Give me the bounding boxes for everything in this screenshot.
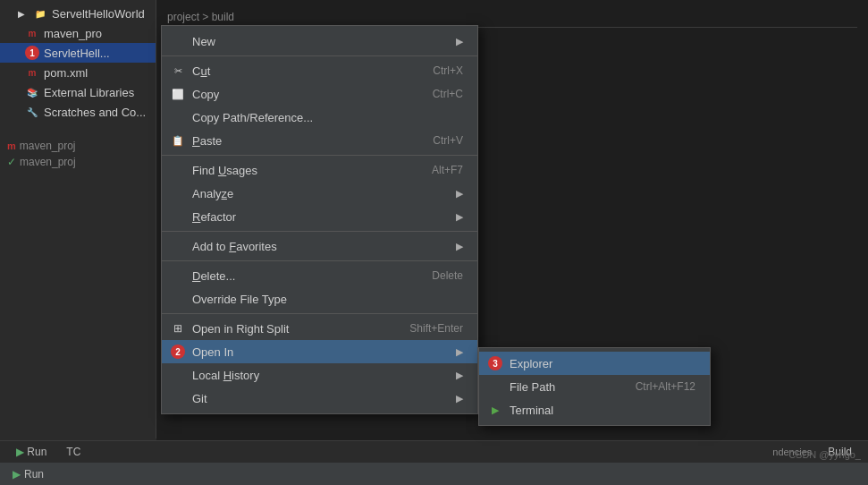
arrow-icon: ▶ [456, 211, 463, 223]
menu-item-git[interactable]: Git ▶ [162, 387, 477, 410]
menu-item-refactor[interactable]: Refactor ▶ [162, 205, 477, 228]
override-icon [171, 292, 185, 306]
menu-item-label: Analyze [192, 187, 233, 200]
menu-item-label: Local History [192, 369, 259, 382]
sidebar-item-ext-libs[interactable]: 📚 External Libraries [0, 82, 156, 102]
terminal-icon: ▶ [488, 403, 502, 417]
cut-shortcut: Ctrl+X [433, 64, 463, 77]
delete-icon [171, 268, 185, 283]
copy-shortcut: Ctrl+C [433, 88, 463, 100]
submenu-item-label: File Path [510, 380, 555, 394]
arrow-icon: ▶ [456, 370, 463, 381]
sidebar-item-label: Scratches and Co... [44, 106, 146, 119]
git-icon [171, 391, 185, 405]
divider [162, 313, 477, 314]
badge-1: 1 [25, 46, 39, 60]
menu-item-paste[interactable]: 📋 Paste Ctrl+V [162, 129, 477, 152]
submenu-item-label: Terminal [510, 404, 553, 417]
menu-item-label: Paste [192, 134, 222, 148]
context-menu: New ▶ ✂ Cut Ctrl+X ⬜ Copy Ctrl+C Copy Pa… [161, 25, 478, 414]
arrow-icon: ▶ [456, 393, 463, 404]
sidebar-item-label: pom.xml [44, 66, 88, 80]
find-shortcut: Alt+F7 [432, 164, 463, 176]
check-bottom-label: maven_proj [20, 156, 76, 168]
ide-background: ▶ 📁 ServeltHelloWorld m maven_pro 1 Serv… [0, 0, 868, 485]
expand-icon: ▶ [14, 6, 29, 21]
filepath-icon [488, 379, 502, 394]
menu-item-open-in[interactable]: 2 Open In ▶ [162, 340, 477, 363]
history-icon [171, 368, 185, 382]
check-icon: ✓ [7, 156, 16, 168]
menu-item-label: Find Usages [192, 164, 257, 177]
find-icon [171, 163, 185, 177]
paste-icon: 📋 [171, 133, 185, 148]
menu-item-label: Add to Favorites [192, 240, 277, 253]
menu-item-analyze[interactable]: Analyze ▶ [162, 182, 477, 205]
menu-item-label: Refactor [192, 210, 236, 224]
submenu-open-in: 3 Explorer File Path Ctrl+Alt+F12 ▶ Term… [478, 347, 711, 426]
menu-item-label: Delete... [192, 269, 235, 283]
pom-icon: m [25, 65, 39, 80]
sidebar-item-label: External Libraries [44, 86, 134, 99]
tool-tab-tc[interactable]: TC [57, 443, 89, 461]
menu-item-cut[interactable]: ✂ Cut Ctrl+X [162, 59, 477, 82]
menu-item-label: Copy Path/Reference... [192, 111, 313, 124]
refactor-icon [171, 209, 185, 224]
scratch-icon: 🔧 [25, 105, 39, 119]
divider [162, 260, 477, 261]
sidebar-item-pom[interactable]: m pom.xml [0, 63, 156, 82]
menu-item-copy[interactable]: ⬜ Copy Ctrl+C [162, 82, 477, 106]
copy-icon: ⬜ [171, 87, 185, 101]
filepath-shortcut: Ctrl+Alt+F12 [636, 380, 695, 393]
sidebar-maven-bottom: m maven_proj [7, 140, 156, 152]
arrow-icon: ▶ [456, 188, 463, 200]
cut-icon: ✂ [171, 64, 185, 78]
status-bar: ▶ Run CSDN @yyhgo_ [0, 463, 868, 485]
sidebar: ▶ 📁 ServeltHelloWorld m maven_pro 1 Serv… [0, 0, 156, 438]
sidebar-item-maven-pro[interactable]: m maven_pro [0, 23, 156, 43]
menu-item-copy-path[interactable]: Copy Path/Reference... [162, 106, 477, 129]
menu-item-label: Open In [192, 345, 233, 359]
split-icon: ⊞ [171, 321, 185, 336]
menu-item-label: Cut [192, 64, 210, 78]
folder-icon: 📁 [33, 6, 47, 21]
paste-shortcut: Ctrl+V [433, 134, 463, 147]
menu-item-label: Open in Right Split [192, 322, 289, 336]
ext-lib-icon: 📚 [25, 85, 39, 99]
menu-item-local-history[interactable]: Local History ▶ [162, 363, 477, 387]
menu-item-delete[interactable]: Delete... Delete [162, 264, 477, 287]
menu-item-override-file-type[interactable]: Override File Type [162, 287, 477, 311]
sidebar-item-label: ServeltHelloWorld [52, 7, 145, 21]
badge-2: 2 [171, 345, 185, 359]
submenu-item-terminal[interactable]: ▶ Terminal [479, 398, 710, 421]
new-icon [171, 34, 185, 48]
sidebar-item-servlethell[interactable]: 1 ServletHell... [0, 43, 156, 63]
tool-tab-run[interactable]: ▶ Run [7, 443, 55, 461]
split-shortcut: Shift+Enter [409, 322, 463, 335]
submenu-item-file-path[interactable]: File Path Ctrl+Alt+F12 [479, 375, 710, 398]
menu-item-new[interactable]: New ▶ [162, 30, 477, 53]
arrow-icon: ▶ [456, 346, 463, 358]
favorites-icon [171, 239, 185, 253]
sidebar-check-bottom: ✓ maven_proj [7, 156, 156, 168]
menu-item-open-right-split[interactable]: ⊞ Open in Right Split Shift+Enter [162, 317, 477, 340]
menu-item-label: Override File Type [192, 293, 287, 306]
delete-shortcut: Delete [432, 269, 463, 282]
sidebar-item-label: ServletHell... [44, 47, 110, 60]
menu-item-label: Git [192, 392, 207, 405]
arrow-icon: ▶ [456, 241, 463, 252]
submenu-item-explorer[interactable]: 3 Explorer [479, 352, 710, 375]
arrow-icon: ▶ [456, 36, 463, 47]
sidebar-item-label: maven_pro [44, 27, 102, 40]
menu-item-add-favorites[interactable]: Add to Favorites ▶ [162, 234, 477, 258]
menu-item-label: Copy [192, 88, 219, 101]
csdn-watermark: CSDN @yyhgo_ [788, 449, 861, 460]
status-run-btn[interactable]: ▶ Run [7, 466, 49, 482]
divider [162, 55, 477, 56]
sidebar-item-scratches[interactable]: 🔧 Scratches and Co... [0, 102, 156, 122]
copy-path-icon [171, 110, 185, 124]
badge-3: 3 [488, 356, 502, 370]
sidebar-item-servlethelloworld[interactable]: ▶ 📁 ServeltHelloWorld [0, 4, 156, 23]
divider [162, 231, 477, 232]
menu-item-find-usages[interactable]: Find Usages Alt+F7 [162, 158, 477, 182]
